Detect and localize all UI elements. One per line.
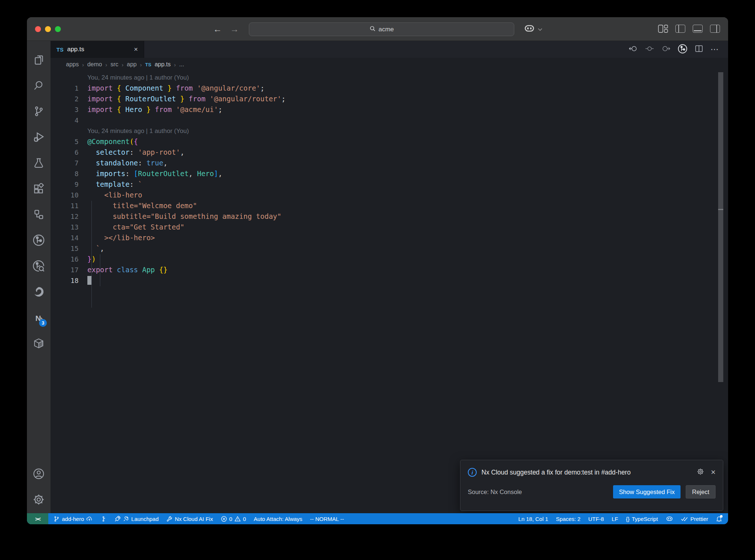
close-tab-icon[interactable]: × xyxy=(134,45,138,53)
sidebar-item-extensions[interactable] xyxy=(30,176,48,202)
accounts-button[interactable] xyxy=(30,462,48,487)
tab-app-ts[interactable]: TS app.ts × xyxy=(51,41,144,58)
source-control-graph-status[interactable] xyxy=(100,516,107,522)
cursor-position-status[interactable]: Ln 18, Col 1 xyxy=(518,516,548,522)
settings-button[interactable] xyxy=(30,487,48,513)
nav-forward-circle-icon[interactable] xyxy=(661,45,670,54)
sidebar-item-hierarchy[interactable] xyxy=(30,202,48,228)
sidebar-item-testing[interactable] xyxy=(30,151,48,176)
code-row: 4 xyxy=(51,115,728,126)
double-check-icon xyxy=(681,516,688,522)
beaker-icon xyxy=(33,157,44,170)
sidebar-item-explorer[interactable] xyxy=(30,48,48,73)
nx-run-target-icon[interactable] xyxy=(678,44,688,55)
container-box-icon xyxy=(33,338,44,350)
code-row: 3import { Hero } from '@acme/ui'; xyxy=(51,104,728,115)
sidebar-item-containers[interactable] xyxy=(30,331,48,357)
breadcrumb-more[interactable]: ... xyxy=(179,61,184,68)
info-icon: i xyxy=(468,468,477,477)
formatter-status[interactable]: Prettier xyxy=(681,516,708,522)
customize-layout-button[interactable] xyxy=(658,25,668,33)
search-icon xyxy=(369,25,376,34)
notifications-bell[interactable] xyxy=(716,516,722,522)
files-icon xyxy=(33,54,44,67)
search-value: acme xyxy=(379,26,394,33)
scrollbar-cursor-mark xyxy=(718,209,723,210)
copilot-menu-button[interactable] xyxy=(524,23,542,35)
publish-cloud-icon xyxy=(86,516,93,522)
show-suggested-fix-button[interactable]: Show Suggested Fix xyxy=(613,485,681,498)
auto-attach-status[interactable]: Auto Attach: Always xyxy=(254,516,302,522)
sidebar-item-search[interactable] xyxy=(30,73,48,99)
code-row: 18 xyxy=(51,275,728,286)
breadcrumb-item[interactable]: apps xyxy=(66,61,79,68)
editor-scrollbar[interactable] xyxy=(718,72,723,382)
code-row: 10 <lib-hero xyxy=(51,190,728,200)
breadcrumb-file[interactable]: app.ts xyxy=(154,61,171,68)
toggle-primary-sidebar-button[interactable] xyxy=(675,25,685,33)
breadcrumb-item[interactable]: app xyxy=(127,61,137,68)
nav-current-circle-icon[interactable] xyxy=(645,45,654,54)
sidebar-item-edge-tools[interactable] xyxy=(30,280,48,305)
code-row: 12 subtitle="Build something amazing tod… xyxy=(51,211,728,222)
encoding-status[interactable]: UTF-8 xyxy=(588,516,604,522)
toggle-secondary-sidebar-button[interactable] xyxy=(710,25,720,33)
nx-cloud-fix-status[interactable]: Nx Cloud AI Fix xyxy=(166,516,213,522)
reject-button[interactable]: Reject xyxy=(686,485,716,498)
code-row: 7 standalone: true, xyxy=(51,158,728,168)
vscode-window: ← → acme xyxy=(27,17,728,524)
sidebar-item-nx-console[interactable] xyxy=(30,228,48,254)
code-row: 15 `, xyxy=(51,243,728,254)
breadcrumb-item[interactable]: demo xyxy=(87,61,102,68)
activity-bar: N› 3 xyxy=(27,41,51,513)
close-notification-icon[interactable]: × xyxy=(711,468,716,477)
code-row: 1import { Component } from '@angular/cor… xyxy=(51,83,728,94)
copilot-status[interactable] xyxy=(666,515,673,522)
sidebar-item-nx[interactable]: N› 3 xyxy=(30,305,48,331)
sidebar-item-run-debug[interactable] xyxy=(30,125,48,151)
code-row: 9 template: ` xyxy=(51,179,728,190)
blame-row: You, 24 minutes ago | 1 author (You) xyxy=(51,126,728,136)
blame-row: You, 24 minutes ago | 1 author (You) xyxy=(51,72,728,83)
extensions-icon xyxy=(33,183,44,196)
split-editor-icon[interactable] xyxy=(695,45,703,54)
chevron-right-icon: › xyxy=(82,62,84,68)
chevron-right-icon: › xyxy=(140,62,142,68)
editor[interactable]: You, 24 minutes ago | 1 author (You)1imp… xyxy=(51,71,728,513)
zoom-window-button[interactable] xyxy=(55,26,61,32)
code-row: 8 imports: [RouterOutlet, Hero], xyxy=(51,168,728,179)
breadcrumb: apps › demo › src › app › TS app.ts › ..… xyxy=(51,58,728,71)
minimize-window-button[interactable] xyxy=(45,26,51,32)
git-branch-icon xyxy=(33,106,44,118)
sidebar-item-commit-graph[interactable] xyxy=(30,254,48,280)
copilot-icon xyxy=(524,23,535,35)
toggle-panel-button[interactable] xyxy=(693,25,703,33)
navigate-forward-button[interactable]: → xyxy=(230,24,239,34)
debug-icon xyxy=(33,131,45,144)
remote-indicator[interactable]: >< xyxy=(27,513,48,524)
sidebar-item-source-control[interactable] xyxy=(30,99,48,125)
braces-icon: {} xyxy=(626,516,630,522)
problems-status[interactable]: 0 0 xyxy=(221,516,246,522)
gear-icon xyxy=(33,494,45,507)
chevron-right-icon: › xyxy=(174,62,176,68)
launchpad-status[interactable]: Launchpad xyxy=(114,515,159,522)
language-mode-status[interactable]: {} TypeScript xyxy=(626,516,658,522)
navigate-back-button[interactable]: ← xyxy=(213,24,222,34)
notification-settings-gear-icon[interactable] xyxy=(697,468,704,477)
nav-back-circle-icon[interactable] xyxy=(629,45,638,54)
more-actions-icon[interactable]: ⋯ xyxy=(710,45,719,54)
vim-mode-status[interactable]: -- NORMAL -- xyxy=(310,516,344,522)
typescript-file-icon: TS xyxy=(56,46,63,53)
typescript-file-icon: TS xyxy=(145,62,152,67)
git-branch-status[interactable]: add-hero xyxy=(53,516,93,522)
indentation-status[interactable]: Spaces: 2 xyxy=(556,516,581,522)
command-center-search[interactable]: acme xyxy=(249,22,514,36)
code-row: 2import { RouterOutlet } from '@angular/… xyxy=(51,94,728,104)
notification-toast: i Nx Cloud suggested a fix for demo:test… xyxy=(460,460,723,511)
breadcrumb-item[interactable]: src xyxy=(111,61,118,68)
eol-status[interactable]: LF xyxy=(612,516,618,522)
circle-graph-icon xyxy=(32,234,45,248)
close-window-button[interactable] xyxy=(35,26,41,32)
window-controls xyxy=(35,26,61,32)
